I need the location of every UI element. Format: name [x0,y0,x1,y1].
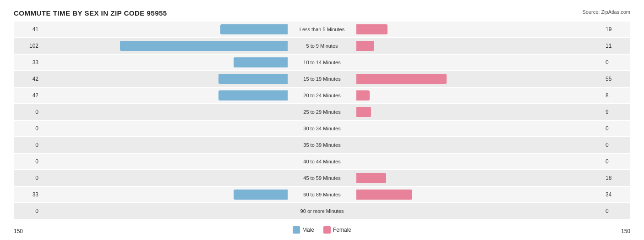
female-bar-wrap [322,156,356,167]
female-bar-wrap [322,74,447,84]
female-value: 18 [603,175,630,181]
bars-center: 45 to 59 Minutes [41,170,603,186]
female-value: 0 [603,158,630,165]
chart-row: 41Less than 5 Minutes19 [14,22,630,37]
male-bar [220,24,288,34]
chart-title: COMMUTE TIME BY SEX IN ZIP CODE 95955 [14,9,630,17]
male-bar-wrap [288,156,322,167]
bars-center: Less than 5 Minutes [41,22,603,37]
female-bar [356,173,386,183]
source-label: Source: ZipAtlas.com [582,9,630,15]
male-bar-wrap [120,41,322,51]
bars-center: 30 to 34 Minutes [41,121,603,136]
male-bar [234,190,288,200]
chart-row: 035 to 39 Minutes0 [14,137,630,153]
female-bar-wrap [322,206,356,216]
female-bar-wrap [322,107,371,117]
chart-area: 41Less than 5 Minutes191025 to 9 Minutes… [14,22,630,219]
chart-row: 3360 to 89 Minutes34 [14,187,630,202]
male-bar [218,74,288,84]
bars-center: 60 to 89 Minutes [41,187,603,202]
female-value: 0 [603,208,630,214]
female-value: 9 [603,109,630,115]
female-bar-wrap [322,41,374,51]
legend-male-box [293,226,300,234]
male-bar-wrap [234,190,322,200]
bars-center: 40 to 44 Minutes [41,154,603,169]
chart-row: 045 to 59 Minutes18 [14,170,630,186]
female-value: 19 [603,26,630,33]
bars-center: 10 to 14 Minutes [41,55,603,70]
male-bar-wrap [288,107,322,117]
chart-row: 4215 to 19 Minutes55 [14,71,630,87]
female-bar [356,90,370,100]
chart-row: 025 to 29 Minutes9 [14,104,630,120]
female-bar-wrap [322,24,387,34]
legend-male: Male [293,226,314,234]
male-bar-wrap [220,24,322,34]
male-value: 42 [14,92,41,99]
chart-row: 3310 to 14 Minutes0 [14,55,630,70]
male-bar-wrap [234,57,322,67]
female-bar-wrap [322,190,412,200]
legend-female-label: Female [333,227,351,233]
female-value: 55 [603,76,630,82]
male-value: 33 [14,191,41,198]
male-bar-wrap [218,74,322,84]
male-bar-wrap [288,173,322,183]
axis-label-left: 150 [14,228,23,234]
male-bar-wrap [288,206,322,216]
chart-row: 040 to 44 Minutes0 [14,154,630,169]
female-bar-wrap [322,173,386,183]
female-bar [356,74,447,84]
male-bar [234,57,288,67]
male-bar-wrap [288,123,322,134]
female-bar-wrap [322,140,356,150]
chart-row: 4220 to 24 Minutes8 [14,88,630,103]
legend-male-label: Male [302,227,314,233]
male-value: 42 [14,76,41,82]
male-bar [120,41,288,51]
chart-row: 090 or more Minutes0 [14,203,630,219]
male-value: 0 [14,208,41,214]
female-value: 11 [603,43,630,49]
female-value: 8 [603,92,630,99]
bars-center: 90 or more Minutes [41,203,603,219]
bars-center: 15 to 19 Minutes [41,71,603,87]
bars-center: 5 to 9 Minutes [41,38,603,54]
female-bar-wrap [322,57,356,67]
male-value: 102 [14,43,41,49]
male-bar-wrap [218,90,322,100]
bars-center: 20 to 24 Minutes [41,88,603,103]
female-bar-wrap [322,123,356,134]
male-value: 0 [14,109,41,115]
male-value: 33 [14,59,41,66]
male-value: 0 [14,142,41,148]
male-bar-wrap [288,140,322,150]
female-value: 0 [603,125,630,132]
male-bar [218,90,288,100]
legend-female: Female [323,226,351,234]
male-value: 0 [14,158,41,165]
female-value: 0 [603,142,630,148]
female-bar-wrap [322,90,370,100]
axis-label-right: 150 [621,228,630,234]
chart-row: 1025 to 9 Minutes11 [14,38,630,54]
male-value: 41 [14,26,41,33]
female-value: 0 [603,59,630,66]
male-value: 0 [14,175,41,181]
female-bar [356,107,371,117]
legend-female-box [323,226,331,234]
female-bar [356,24,387,34]
bars-center: 35 to 39 Minutes [41,137,603,153]
female-value: 34 [603,191,630,198]
female-bar [356,190,412,200]
bars-center: 25 to 29 Minutes [41,104,603,120]
female-bar [356,41,374,51]
legend: Male Female [293,226,351,234]
chart-row: 030 to 34 Minutes0 [14,121,630,136]
chart-container: COMMUTE TIME BY SEX IN ZIP CODE 95955 So… [0,0,644,240]
male-value: 0 [14,125,41,132]
